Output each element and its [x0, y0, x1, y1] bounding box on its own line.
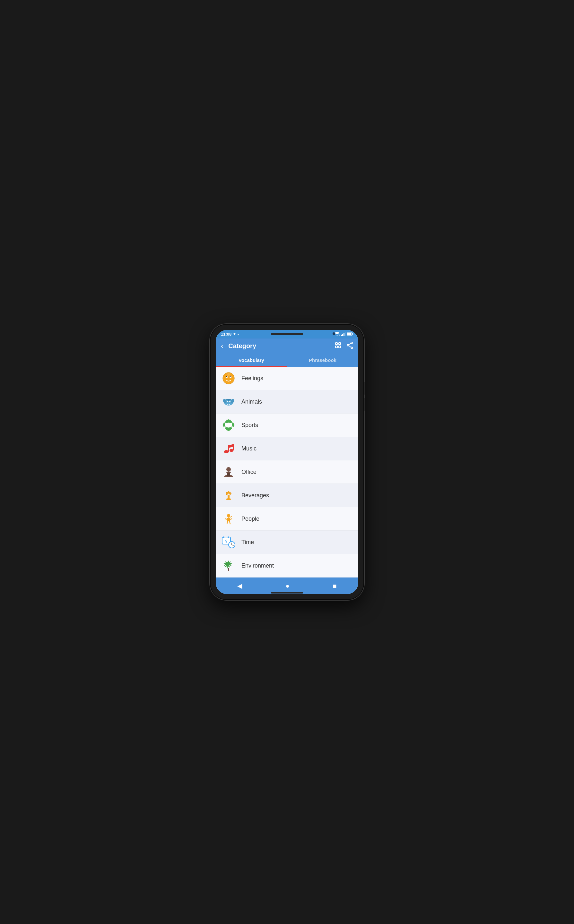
people-icon [221, 511, 236, 526]
svg-rect-2 [342, 334, 343, 336]
svg-point-21 [230, 376, 231, 377]
svg-line-44 [227, 521, 228, 524]
svg-point-29 [226, 399, 228, 400]
wifi-icon [334, 332, 340, 336]
svg-rect-4 [345, 332, 345, 336]
music-icon [221, 441, 236, 456]
svg-line-15 [348, 346, 351, 347]
list-item[interactable]: Office [216, 460, 358, 484]
time-icon: 9 [221, 534, 236, 550]
svg-rect-49 [228, 536, 229, 538]
share-icon[interactable] [347, 342, 353, 350]
status-icons-right [334, 332, 353, 336]
svg-text:9: 9 [226, 539, 228, 544]
music-label: Music [241, 445, 257, 452]
list-item[interactable]: Sports [216, 413, 358, 437]
svg-point-36 [226, 467, 231, 471]
camera [333, 332, 335, 335]
phone-bottom-bar [271, 592, 303, 594]
svg-line-42 [226, 519, 227, 519]
volume-up-button[interactable] [364, 382, 365, 394]
svg-point-40 [226, 498, 231, 500]
office-label: Office [241, 469, 257, 476]
office-icon [221, 464, 236, 480]
status-left: 11:08 𝐓 ▪ [221, 332, 239, 336]
svg-point-30 [230, 399, 231, 400]
status-time: 11:08 [221, 332, 232, 336]
speaker [271, 333, 303, 335]
sports-icon [221, 417, 236, 433]
grid-icon[interactable] [334, 342, 342, 350]
svg-rect-8 [336, 343, 337, 344]
storage-icon: ▪ [238, 332, 239, 336]
tab-phrasebook[interactable]: Phrasebook [287, 354, 358, 367]
volume-down-button[interactable] [364, 398, 365, 411]
battery-icon [347, 332, 353, 336]
app-bar-actions [334, 342, 353, 350]
tabs: Vocabulary Phrasebook [216, 354, 358, 367]
svg-line-46 [230, 516, 232, 517]
nav-home-button[interactable]: ● [278, 581, 297, 591]
phone-frame: 11:08 𝐓 ▪ [210, 324, 364, 600]
list-item[interactable]: Music [216, 437, 358, 460]
list-item[interactable]: 9 Time [216, 531, 358, 554]
people-label: People [241, 515, 259, 522]
svg-rect-48 [223, 536, 224, 538]
svg-rect-3 [344, 333, 344, 336]
svg-rect-38 [226, 471, 231, 473]
time-label: Time [241, 539, 254, 546]
beverages-label: Beverages [241, 492, 269, 499]
list-item[interactable]: Feelings [216, 367, 358, 390]
environment-icon [221, 558, 236, 574]
beverages-icon [221, 488, 236, 503]
svg-rect-1 [341, 335, 342, 336]
nav-recent-button[interactable]: ■ [325, 581, 344, 591]
sports-label: Sports [241, 422, 258, 429]
svg-rect-7 [353, 333, 353, 335]
signal-icon [341, 332, 345, 336]
svg-point-14 [351, 347, 353, 349]
tab-vocabulary[interactable]: Vocabulary [216, 354, 287, 367]
svg-rect-10 [336, 346, 337, 348]
environment-label: Environment [241, 563, 274, 569]
svg-point-26 [227, 401, 228, 402]
category-list[interactable]: Feelings Animals [216, 367, 358, 577]
svg-point-27 [229, 401, 230, 402]
list-item[interactable]: Environment [216, 554, 358, 577]
animals-icon [221, 394, 236, 409]
app-bar-title: Category [228, 343, 256, 350]
svg-point-28 [227, 399, 230, 401]
svg-point-12 [351, 342, 353, 344]
svg-rect-11 [339, 346, 341, 348]
svg-rect-9 [339, 343, 341, 344]
svg-point-32 [224, 450, 229, 453]
svg-line-16 [348, 343, 351, 345]
list-item[interactable]: People [216, 507, 358, 531]
sim-icon: 𝐓 [233, 332, 236, 336]
phone-screen: 11:08 𝐓 ▪ [216, 330, 358, 594]
nav-back-button[interactable]: ◀ [230, 581, 250, 591]
list-item[interactable]: Beverages [216, 484, 358, 507]
svg-rect-54 [228, 568, 229, 571]
app-bar-left: ‹ Category [221, 342, 256, 350]
feelings-label: Feelings [241, 375, 263, 382]
svg-point-41 [227, 514, 230, 517]
svg-line-43 [230, 519, 232, 519]
svg-point-20 [226, 376, 227, 377]
list-item[interactable]: Animals [216, 390, 358, 413]
svg-line-45 [230, 521, 230, 524]
svg-point-33 [230, 449, 233, 452]
app-bar: ‹ Category [216, 338, 358, 354]
animals-label: Animals [241, 399, 262, 405]
back-button[interactable]: ‹ [221, 342, 223, 350]
feelings-icon [221, 371, 236, 386]
svg-rect-6 [347, 333, 352, 335]
svg-point-13 [347, 344, 349, 346]
